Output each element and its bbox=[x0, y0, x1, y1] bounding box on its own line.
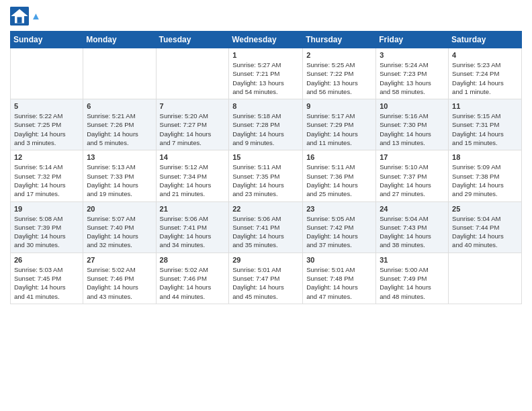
calendar-table: SundayMondayTuesdayWednesdayThursdayFrid… bbox=[10, 31, 522, 304]
day-info: Sunrise: 5:25 AM Sunset: 7:22 PM Dayligh… bbox=[306, 60, 372, 96]
col-header-sunday: Sunday bbox=[11, 32, 83, 48]
day-cell: 12Sunrise: 5:14 AM Sunset: 7:32 PM Dayli… bbox=[11, 150, 83, 201]
day-cell: 20Sunrise: 5:07 AM Sunset: 7:40 PM Dayli… bbox=[83, 201, 156, 253]
day-cell: 29Sunrise: 5:01 AM Sunset: 7:47 PM Dayli… bbox=[229, 253, 303, 304]
day-number: 26 bbox=[14, 256, 79, 264]
day-number: 21 bbox=[160, 205, 226, 213]
day-cell: 9Sunrise: 5:17 AM Sunset: 7:29 PM Daylig… bbox=[303, 99, 376, 150]
day-cell bbox=[11, 48, 83, 99]
day-info: Sunrise: 5:11 AM Sunset: 7:35 PM Dayligh… bbox=[232, 163, 299, 198]
day-number: 3 bbox=[380, 51, 445, 59]
col-header-wednesday: Wednesday bbox=[229, 32, 303, 48]
day-info: Sunrise: 5:05 AM Sunset: 7:42 PM Dayligh… bbox=[306, 214, 372, 250]
day-cell: 11Sunrise: 5:15 AM Sunset: 7:31 PM Dayli… bbox=[449, 99, 522, 150]
day-info: Sunrise: 5:22 AM Sunset: 7:25 PM Dayligh… bbox=[14, 111, 79, 147]
day-info: Sunrise: 5:14 AM Sunset: 7:32 PM Dayligh… bbox=[14, 163, 79, 198]
day-number: 7 bbox=[160, 102, 226, 110]
col-header-friday: Friday bbox=[376, 32, 449, 48]
day-cell: 31Sunrise: 5:00 AM Sunset: 7:49 PM Dayli… bbox=[376, 253, 449, 304]
logo-blue-dot: ▲ bbox=[31, 10, 41, 21]
day-cell: 28Sunrise: 5:02 AM Sunset: 7:46 PM Dayli… bbox=[156, 253, 229, 304]
day-cell: 6Sunrise: 5:21 AM Sunset: 7:26 PM Daylig… bbox=[83, 99, 156, 150]
day-cell: 27Sunrise: 5:02 AM Sunset: 7:46 PM Dayli… bbox=[83, 253, 156, 304]
day-number: 13 bbox=[87, 153, 152, 161]
day-info: Sunrise: 5:02 AM Sunset: 7:46 PM Dayligh… bbox=[87, 265, 152, 301]
day-cell: 16Sunrise: 5:11 AM Sunset: 7:36 PM Dayli… bbox=[303, 150, 376, 201]
day-info: Sunrise: 5:27 AM Sunset: 7:21 PM Dayligh… bbox=[232, 60, 299, 96]
week-row-4: 19Sunrise: 5:08 AM Sunset: 7:39 PM Dayli… bbox=[11, 201, 522, 253]
day-cell: 10Sunrise: 5:16 AM Sunset: 7:30 PM Dayli… bbox=[376, 99, 449, 150]
day-cell: 3Sunrise: 5:24 AM Sunset: 7:23 PM Daylig… bbox=[376, 48, 449, 99]
day-number: 15 bbox=[232, 153, 299, 161]
col-header-tuesday: Tuesday bbox=[156, 32, 229, 48]
day-number: 4 bbox=[452, 51, 518, 59]
day-number: 14 bbox=[160, 153, 226, 161]
day-cell bbox=[156, 48, 229, 99]
day-cell: 18Sunrise: 5:09 AM Sunset: 7:38 PM Dayli… bbox=[449, 150, 522, 201]
day-info: Sunrise: 5:17 AM Sunset: 7:29 PM Dayligh… bbox=[306, 111, 372, 147]
day-number: 9 bbox=[306, 102, 372, 110]
day-cell: 8Sunrise: 5:18 AM Sunset: 7:28 PM Daylig… bbox=[229, 99, 303, 150]
day-info: Sunrise: 5:08 AM Sunset: 7:39 PM Dayligh… bbox=[14, 214, 79, 250]
day-cell: 26Sunrise: 5:03 AM Sunset: 7:45 PM Dayli… bbox=[11, 253, 83, 304]
day-info: Sunrise: 5:16 AM Sunset: 7:30 PM Dayligh… bbox=[380, 111, 445, 147]
day-info: Sunrise: 5:06 AM Sunset: 7:41 PM Dayligh… bbox=[232, 214, 299, 250]
day-number: 25 bbox=[452, 205, 518, 213]
day-info: Sunrise: 5:15 AM Sunset: 7:31 PM Dayligh… bbox=[452, 111, 518, 147]
day-info: Sunrise: 5:21 AM Sunset: 7:26 PM Dayligh… bbox=[87, 111, 152, 147]
day-info: Sunrise: 5:10 AM Sunset: 7:37 PM Dayligh… bbox=[380, 163, 445, 198]
day-number: 8 bbox=[232, 102, 299, 110]
day-number: 1 bbox=[232, 51, 299, 59]
day-number: 16 bbox=[306, 153, 372, 161]
day-info: Sunrise: 5:18 AM Sunset: 7:28 PM Dayligh… bbox=[232, 111, 299, 147]
day-info: Sunrise: 5:01 AM Sunset: 7:48 PM Dayligh… bbox=[306, 265, 372, 301]
day-number: 27 bbox=[87, 256, 152, 264]
day-info: Sunrise: 5:04 AM Sunset: 7:43 PM Dayligh… bbox=[380, 214, 445, 250]
day-number: 24 bbox=[380, 205, 445, 213]
day-info: Sunrise: 5:06 AM Sunset: 7:41 PM Dayligh… bbox=[160, 214, 226, 250]
logo: ▲ bbox=[10, 7, 41, 26]
day-number: 18 bbox=[452, 153, 518, 161]
day-cell: 15Sunrise: 5:11 AM Sunset: 7:35 PM Dayli… bbox=[229, 150, 303, 201]
day-info: Sunrise: 5:04 AM Sunset: 7:44 PM Dayligh… bbox=[452, 214, 518, 250]
day-cell: 4Sunrise: 5:23 AM Sunset: 7:24 PM Daylig… bbox=[449, 48, 522, 99]
day-number: 6 bbox=[87, 102, 152, 110]
day-cell: 17Sunrise: 5:10 AM Sunset: 7:37 PM Dayli… bbox=[376, 150, 449, 201]
header: ▲ bbox=[10, 7, 522, 26]
day-number: 12 bbox=[14, 153, 79, 161]
day-info: Sunrise: 5:00 AM Sunset: 7:49 PM Dayligh… bbox=[380, 265, 445, 301]
day-cell: 22Sunrise: 5:06 AM Sunset: 7:41 PM Dayli… bbox=[229, 201, 303, 253]
day-info: Sunrise: 5:11 AM Sunset: 7:36 PM Dayligh… bbox=[306, 163, 372, 198]
day-cell: 24Sunrise: 5:04 AM Sunset: 7:43 PM Dayli… bbox=[376, 201, 449, 253]
day-cell bbox=[83, 48, 156, 99]
day-number: 2 bbox=[306, 51, 372, 59]
day-cell: 25Sunrise: 5:04 AM Sunset: 7:44 PM Dayli… bbox=[449, 201, 522, 253]
day-number: 30 bbox=[306, 256, 372, 264]
day-info: Sunrise: 5:02 AM Sunset: 7:46 PM Dayligh… bbox=[160, 265, 226, 301]
week-row-3: 12Sunrise: 5:14 AM Sunset: 7:32 PM Dayli… bbox=[11, 150, 522, 201]
day-number: 29 bbox=[232, 256, 299, 264]
day-cell: 13Sunrise: 5:13 AM Sunset: 7:33 PM Dayli… bbox=[83, 150, 156, 201]
col-header-monday: Monday bbox=[83, 32, 156, 48]
day-info: Sunrise: 5:07 AM Sunset: 7:40 PM Dayligh… bbox=[87, 214, 152, 250]
day-cell: 19Sunrise: 5:08 AM Sunset: 7:39 PM Dayli… bbox=[11, 201, 83, 253]
col-header-saturday: Saturday bbox=[449, 32, 522, 48]
day-info: Sunrise: 5:12 AM Sunset: 7:34 PM Dayligh… bbox=[160, 163, 226, 198]
day-info: Sunrise: 5:13 AM Sunset: 7:33 PM Dayligh… bbox=[87, 163, 152, 198]
week-row-2: 5Sunrise: 5:22 AM Sunset: 7:25 PM Daylig… bbox=[11, 99, 522, 150]
day-number: 23 bbox=[306, 205, 372, 213]
day-info: Sunrise: 5:20 AM Sunset: 7:27 PM Dayligh… bbox=[160, 111, 226, 147]
day-info: Sunrise: 5:23 AM Sunset: 7:24 PM Dayligh… bbox=[452, 60, 518, 96]
day-cell: 30Sunrise: 5:01 AM Sunset: 7:48 PM Dayli… bbox=[303, 253, 376, 304]
day-cell: 5Sunrise: 5:22 AM Sunset: 7:25 PM Daylig… bbox=[11, 99, 83, 150]
day-cell: 23Sunrise: 5:05 AM Sunset: 7:42 PM Dayli… bbox=[303, 201, 376, 253]
week-row-5: 26Sunrise: 5:03 AM Sunset: 7:45 PM Dayli… bbox=[11, 253, 522, 304]
day-cell: 21Sunrise: 5:06 AM Sunset: 7:41 PM Dayli… bbox=[156, 201, 229, 253]
day-number: 20 bbox=[87, 205, 152, 213]
day-number: 22 bbox=[232, 205, 299, 213]
day-number: 31 bbox=[380, 256, 445, 264]
header-row: SundayMondayTuesdayWednesdayThursdayFrid… bbox=[11, 32, 522, 48]
day-number: 11 bbox=[452, 102, 518, 110]
day-info: Sunrise: 5:24 AM Sunset: 7:23 PM Dayligh… bbox=[380, 60, 445, 96]
day-cell: 14Sunrise: 5:12 AM Sunset: 7:34 PM Dayli… bbox=[156, 150, 229, 201]
